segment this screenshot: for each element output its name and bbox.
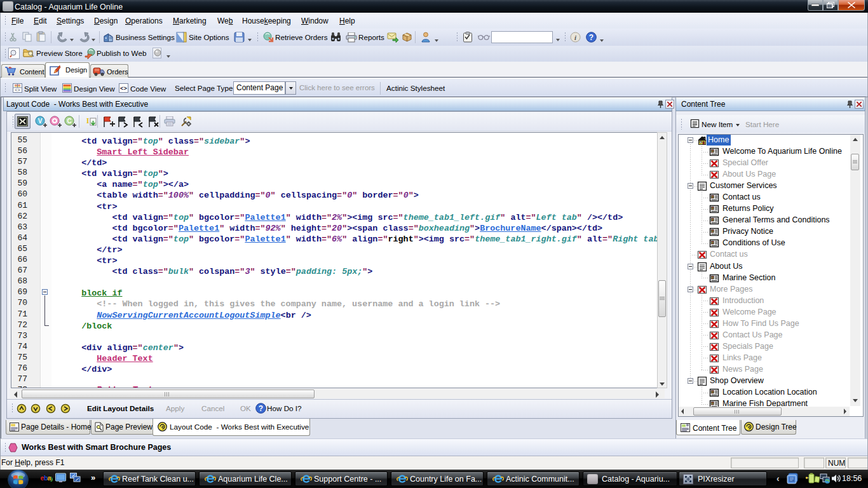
svg-text:<>: <> — [15, 88, 20, 93]
svg-text:C: C — [67, 118, 71, 125]
svg-text:<>: <> — [120, 86, 127, 92]
svg-text:I: I — [86, 116, 90, 125]
svg-text:y: y — [50, 474, 53, 482]
svg-text:?: ? — [589, 33, 593, 42]
svg-text:?: ? — [259, 404, 263, 413]
svg-text:V: V — [38, 118, 43, 125]
